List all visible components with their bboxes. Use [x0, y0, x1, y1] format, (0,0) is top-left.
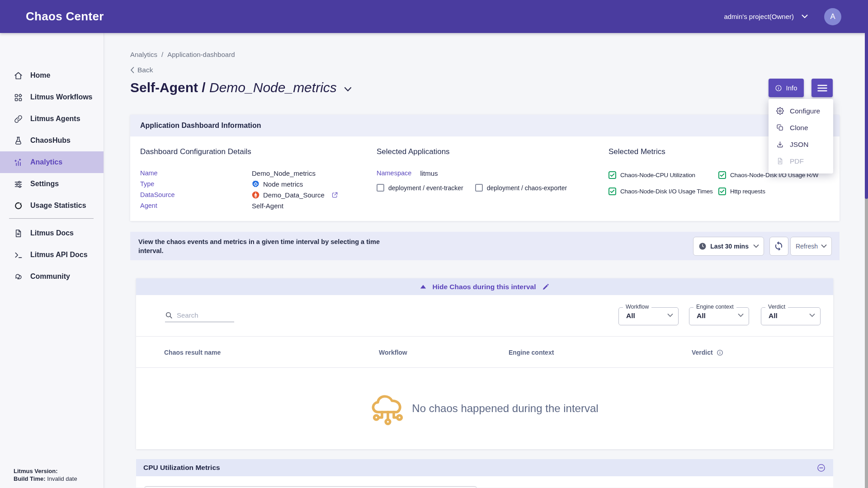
sidebar-footer: Litmus Version: Build Time: Invalid date	[14, 467, 104, 483]
empty-state-message: No chaos happened during the interval	[412, 402, 598, 415]
chaos-results-card: Hide Chaos during this interval Workflow…	[136, 278, 833, 449]
settings-icon	[14, 179, 23, 189]
sidebar-item-litmus-agents[interactable]: Litmus Agents	[0, 108, 104, 130]
search-input[interactable]	[177, 311, 231, 319]
config-row-type: Type Node metrics	[140, 178, 377, 189]
checkbox-unchecked-icon	[475, 184, 483, 192]
clone-icon	[776, 124, 784, 131]
dashboard-configuration-details: Dashboard Configuration Details Name Dem…	[140, 147, 377, 211]
metric-checkbox-cpu-utilization[interactable]: Chaos-Node-CPU Utilization	[609, 171, 718, 179]
hide-chaos-toggle[interactable]: Hide Chaos during this interval	[136, 278, 833, 295]
refresh-icon	[774, 241, 784, 251]
cpu-utilization-header: CPU Utilization Metrics	[136, 459, 833, 476]
cpu-chart-controls-box	[143, 486, 478, 488]
time-range-select[interactable]: Last 30 mins	[693, 237, 764, 256]
litmus-version-label: Litmus Version:	[14, 468, 58, 474]
sidebar-item-usage-statistics[interactable]: Usage Statistics	[0, 195, 104, 216]
breadcrumb: Analytics / Application-dashboard	[130, 33, 840, 58]
cpu-utilization-section: CPU Utilization Metrics	[130, 459, 840, 488]
community-icon	[14, 272, 23, 282]
workflow-filter-select[interactable]: Workflow All	[618, 307, 679, 325]
cloud-network-icon	[371, 391, 405, 426]
verdict-filter-select[interactable]: Verdict All	[761, 307, 821, 325]
namespace-label: Namespace	[377, 169, 411, 177]
application-dashboard-information-panel: Application Dashboard Information Dashbo…	[130, 115, 840, 221]
options-dropdown-menu: Configure Clone JSON PDF	[769, 99, 833, 174]
collapse-minus-icon[interactable]	[817, 464, 826, 472]
breadcrumb-analytics[interactable]: Analytics	[130, 51, 157, 58]
column-header-chaos-result-name: Chaos result name	[164, 337, 221, 368]
checkbox-checked-icon	[718, 188, 726, 195]
checkbox-deployment-chaos-exporter[interactable]: deployment / chaos-exporter	[475, 184, 567, 192]
checkbox-unchecked-icon	[377, 184, 384, 192]
page-title-row: Self-Agent / Demo_Node_metrics	[130, 80, 840, 95]
chevron-down-icon	[753, 244, 759, 248]
chevron-down-icon	[809, 314, 815, 317]
info-icon	[775, 84, 782, 92]
breadcrumb-separator: /	[161, 51, 163, 58]
metric-checkbox-http-requests[interactable]: Http requests	[718, 188, 840, 195]
checkbox-deployment-event-tracker[interactable]: deployment / event-tracker	[377, 184, 463, 192]
panel-header: Application Dashboard Information	[130, 115, 840, 136]
dashboard-actions: Info	[769, 79, 833, 97]
config-row-datasource: DataSource Demo_Data_Source	[140, 189, 377, 200]
analytics-icon	[14, 158, 23, 167]
metric-checkbox-disk-io-times[interactable]: Chaos-Node-Disk I/O Usage Times	[609, 188, 718, 195]
sidebar-item-settings[interactable]: Settings	[0, 173, 104, 195]
prometheus-icon	[252, 191, 259, 199]
docs-icon	[14, 229, 23, 238]
title-chevron-down-icon[interactable]	[344, 87, 352, 92]
scrollbar-thumb[interactable]	[865, 33, 868, 199]
back-button[interactable]: Back	[130, 66, 840, 74]
search-icon	[165, 311, 173, 319]
external-link-icon[interactable]	[331, 192, 338, 198]
sidebar-item-community[interactable]: Community	[0, 266, 104, 287]
sidebar-item-chaoshubs[interactable]: ChaosHubs	[0, 130, 104, 151]
sidebar-item-litmus-docs[interactable]: Litmus Docs	[0, 222, 104, 244]
menu-item-json[interactable]: JSON	[769, 136, 833, 153]
chaoshub-icon	[14, 136, 23, 145]
chevron-left-icon	[130, 67, 134, 73]
column-header-verdict: Verdict	[692, 337, 723, 368]
menu-item-configure[interactable]: Configure	[769, 103, 833, 119]
sidebar-item-analytics[interactable]: Analytics	[0, 151, 104, 173]
project-selector-label[interactable]: admin's project(Owner)	[724, 13, 794, 20]
download-icon	[776, 141, 784, 148]
hamburger-icon	[817, 84, 827, 92]
chevron-down-icon[interactable]	[802, 14, 808, 19]
refresh-icon-button[interactable]	[769, 237, 788, 256]
home-icon	[14, 71, 23, 80]
info-button[interactable]: Info	[769, 79, 804, 97]
refresh-select[interactable]: Refresh	[790, 237, 832, 256]
sidebar: Home Litmus Workflows Litmus Agents Chao…	[0, 33, 104, 488]
config-row-name: Name Demo_Node_metrics	[140, 168, 377, 178]
cpu-section-body	[136, 476, 833, 488]
avatar[interactable]: A	[824, 8, 841, 25]
menu-item-clone[interactable]: Clone	[769, 119, 833, 136]
section-title: Selected Applications	[377, 147, 609, 156]
api-docs-icon	[14, 250, 23, 260]
usage-icon	[14, 201, 23, 211]
search-field[interactable]	[165, 311, 234, 322]
sidebar-item-litmus-workflows[interactable]: Litmus Workflows	[0, 86, 104, 108]
main-content: Analytics / Application-dashboard Back S…	[104, 33, 868, 488]
menu-item-pdf[interactable]: PDF	[769, 153, 833, 169]
engine-context-filter-select[interactable]: Engine context All	[689, 307, 749, 325]
pencil-icon[interactable]	[542, 283, 549, 291]
breadcrumb-application-dashboard[interactable]: Application-dashboard	[167, 51, 235, 58]
gear-icon	[776, 107, 784, 115]
sidebar-item-home[interactable]: Home	[0, 65, 104, 86]
table-header-row: Chaos result name Workflow Engine contex…	[136, 336, 833, 368]
build-time-value: Invalid date	[47, 475, 77, 482]
interval-description: View the chaos events and metrics in a g…	[138, 237, 385, 255]
triangle-up-icon	[420, 285, 426, 289]
config-row-agent: Agent Self-Agent	[140, 200, 377, 211]
info-circle-icon[interactable]	[717, 349, 723, 356]
more-options-button[interactable]	[811, 79, 833, 97]
filters-row: Workflow All Engine context All Verdict …	[136, 295, 833, 336]
section-title: Dashboard Configuration Details	[140, 147, 377, 156]
scrollbar-track[interactable]	[865, 33, 868, 488]
agents-icon	[14, 114, 23, 124]
sidebar-item-litmus-api-docs[interactable]: Litmus API Docs	[0, 244, 104, 266]
chevron-down-icon	[738, 314, 744, 317]
